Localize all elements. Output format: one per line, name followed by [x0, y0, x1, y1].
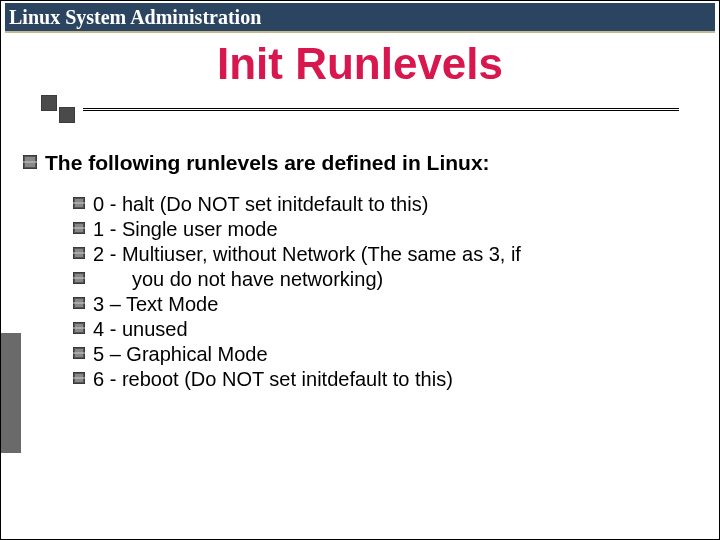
list-item: 5 – Graphical Mode	[73, 343, 683, 366]
list-item-label: 1 - Single user mode	[93, 218, 278, 241]
slide-title: Init Runlevels	[1, 39, 719, 89]
divider-line	[83, 108, 679, 111]
runlevel-list: 0 - halt (Do NOT set initdefault to this…	[73, 193, 683, 391]
header-title: Linux System Administration	[9, 6, 261, 29]
intro-text: The following runlevels are defined in L…	[45, 151, 490, 175]
bullet-icon	[73, 322, 85, 334]
slide-body: The following runlevels are defined in L…	[23, 151, 683, 393]
bullet-icon	[73, 247, 85, 259]
list-item: 0 - halt (Do NOT set initdefault to this…	[73, 193, 683, 216]
list-item: 6 - reboot (Do NOT set initdefault to th…	[73, 368, 683, 391]
slide: Linux System Administration Init Runleve…	[0, 0, 720, 540]
list-item: 3 – Text Mode	[73, 293, 683, 316]
list-item: 2 - Multiuser, without Network (The same…	[73, 243, 683, 266]
bullet-icon	[73, 347, 85, 359]
header-underline	[5, 31, 715, 33]
header-bar: Linux System Administration	[5, 3, 715, 32]
list-item-label: 6 - reboot (Do NOT set initdefault to th…	[93, 368, 453, 391]
list-item: 1 - Single user mode	[73, 218, 683, 241]
bullet-icon	[73, 372, 85, 384]
list-item: you do not have networking)	[73, 268, 683, 291]
left-edge-tab	[1, 333, 21, 453]
list-item: 4 - unused	[73, 318, 683, 341]
bullet-icon	[73, 297, 85, 309]
list-item-label: 0 - halt (Do NOT set initdefault to this…	[93, 193, 428, 216]
list-item-label: 5 – Graphical Mode	[93, 343, 268, 366]
list-item-label: 4 - unused	[93, 318, 188, 341]
list-item-label: 2 - Multiuser, without Network (The same…	[93, 243, 521, 266]
decorative-squares-icon	[41, 101, 75, 117]
bullet-icon	[23, 155, 37, 169]
bullet-icon	[73, 222, 85, 234]
title-divider	[41, 101, 679, 117]
intro-line: The following runlevels are defined in L…	[23, 151, 683, 175]
bullet-icon	[73, 197, 85, 209]
bullet-icon	[73, 272, 85, 284]
list-item-label: 3 – Text Mode	[93, 293, 218, 316]
list-item-label: you do not have networking)	[93, 268, 383, 291]
